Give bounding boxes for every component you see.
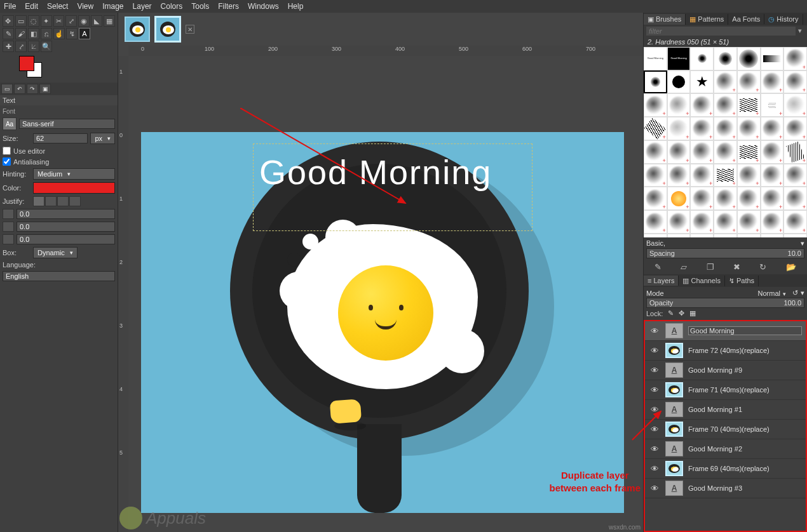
tab-history[interactable]: ◷History: [764, 14, 803, 25]
layer-visibility-icon[interactable]: 👁: [649, 484, 660, 493]
lock-move-icon[interactable]: ✥: [679, 309, 684, 317]
menu-tools[interactable]: Tools: [191, 2, 209, 11]
tool-heal[interactable]: ✚: [3, 41, 14, 52]
brush-cell[interactable]: [761, 164, 784, 187]
font-input[interactable]: Sans-serif: [19, 119, 115, 129]
tool-picker[interactable]: ⤤: [15, 41, 27, 52]
tool-crop[interactable]: ✂: [53, 15, 65, 27]
tool-free-select[interactable]: ◌: [28, 15, 39, 27]
brush-cell[interactable]: [714, 234, 737, 237]
brush-cell[interactable]: [761, 187, 784, 210]
brush-open-icon[interactable]: 📂: [786, 262, 796, 272]
brush-cell[interactable]: [667, 70, 691, 94]
layer-name[interactable]: Frame 69 (40ms)(replace): [688, 465, 802, 472]
layer-name[interactable]: Good Morning #2: [688, 445, 802, 453]
brush-cell[interactable]: [783, 210, 807, 234]
layer-name[interactable]: Good Morning: [688, 326, 802, 335]
color-swatch[interactable]: [19, 56, 44, 76]
tool-pencil[interactable]: ✎: [3, 28, 14, 39]
antialias-check[interactable]: Antialiasing: [3, 157, 115, 166]
layer-name[interactable]: Frame 71 (40ms)(replace): [688, 386, 802, 394]
layer-visibility-icon[interactable]: 👁: [649, 444, 660, 454]
brush-cell[interactable]: [737, 210, 761, 234]
brush-cell[interactable]: [644, 187, 667, 210]
mode-reset-icon[interactable]: ↺: [792, 289, 798, 297]
tab-fonts[interactable]: AaFonts: [728, 14, 764, 24]
tool-clone[interactable]: ⎌: [41, 28, 52, 39]
brush-new-icon[interactable]: ▱: [681, 262, 687, 272]
tab-layers[interactable]: ≡Layers: [644, 276, 679, 286]
brush-cell[interactable]: [690, 187, 714, 210]
brush-cell[interactable]: [783, 70, 807, 94]
layer-name[interactable]: Frame 72 (40ms)(replace): [688, 347, 802, 354]
tool-path[interactable]: ↯: [66, 28, 78, 39]
brush-cell[interactable]: [690, 117, 714, 140]
brush-cell[interactable]: [714, 70, 737, 94]
layer-visibility-icon[interactable]: 👁: [649, 385, 660, 395]
brush-cell[interactable]: [644, 234, 667, 237]
letter-spacing-input[interactable]: 0.0: [17, 234, 115, 244]
tool-eraser[interactable]: ◧: [28, 28, 39, 39]
text-color-swatch[interactable]: [33, 182, 115, 194]
tool-fuzzy-select[interactable]: ✦: [41, 15, 52, 27]
doc-thumb-2[interactable]: [155, 17, 180, 42]
brush-refresh-icon[interactable]: ↻: [759, 262, 766, 272]
brush-cell[interactable]: [667, 164, 691, 187]
fg-color[interactable]: [19, 56, 34, 71]
brush-cell[interactable]: [714, 140, 737, 164]
brush-cell[interactable]: [667, 117, 691, 140]
brush-cell[interactable]: [761, 47, 784, 70]
brush-cell[interactable]: [737, 187, 761, 210]
brush-cell[interactable]: [737, 234, 761, 237]
brush-cell[interactable]: ∴∵∴∵∵∴∵∴: [761, 93, 784, 117]
brush-cell[interactable]: [644, 117, 667, 140]
tab-patterns[interactable]: ▦Patterns: [686, 14, 728, 25]
brush-cell[interactable]: [690, 210, 714, 234]
indent-input[interactable]: 0.0: [17, 209, 115, 219]
tool-smudge[interactable]: ☝: [53, 28, 65, 39]
layer-visibility-icon[interactable]: 👁: [649, 326, 660, 336]
layer-name[interactable]: Good Morning #1: [688, 406, 802, 413]
brush-cell[interactable]: [690, 70, 714, 94]
brush-cell[interactable]: [737, 117, 761, 140]
brush-cell[interactable]: [761, 210, 784, 234]
layer-row[interactable]: 👁Frame 69 (40ms)(replace): [645, 459, 806, 479]
layer-list[interactable]: 👁Good Morning👁Frame 72 (40ms)(replace)👁G…: [644, 320, 807, 532]
box-select[interactable]: Dynamic: [33, 247, 78, 258]
font-aa-icon[interactable]: Aa: [3, 117, 17, 130]
brush-cell[interactable]: [690, 140, 714, 164]
justify-fill[interactable]: [69, 196, 81, 206]
brush-cell[interactable]: [783, 47, 807, 70]
language-input[interactable]: English: [3, 271, 115, 281]
spacing-value[interactable]: 10.0: [788, 249, 801, 257]
canvas[interactable]: Good Morning: [128, 56, 643, 532]
brush-grid[interactable]: Good Morning Good Morning ∴∵∴: [644, 47, 807, 237]
tab-tool-options[interactable]: ▭: [1, 84, 13, 94]
brush-edit-icon[interactable]: ✎: [654, 262, 661, 272]
tool-warp[interactable]: ◉: [78, 15, 90, 27]
brush-delete-icon[interactable]: ✖: [733, 262, 740, 272]
tool-brush[interactable]: 🖌: [15, 28, 27, 39]
line-spacing-input[interactable]: 0.0: [17, 222, 115, 232]
size-unit[interactable]: px: [90, 133, 115, 144]
brush-cell[interactable]: [667, 210, 691, 234]
layer-row[interactable]: 👁Good Morning #9: [645, 361, 806, 380]
justify-center[interactable]: [57, 196, 69, 206]
layer-name[interactable]: Good Morning #3: [688, 484, 802, 492]
brush-cell[interactable]: [783, 117, 807, 140]
tab-channels[interactable]: ▥Channels: [679, 276, 724, 286]
brush-cell[interactable]: [690, 47, 714, 70]
brush-cell[interactable]: [644, 164, 667, 187]
brush-cell[interactable]: [761, 140, 784, 164]
tab-device[interactable]: ↶: [14, 84, 25, 94]
tool-measure[interactable]: ⟀: [28, 41, 39, 52]
brush-cell[interactable]: [761, 234, 784, 237]
menu-view[interactable]: View: [77, 2, 93, 11]
justify-right[interactable]: [45, 196, 57, 206]
menu-edit[interactable]: Edit: [25, 2, 38, 11]
justify-left[interactable]: [33, 196, 44, 206]
tool-transform[interactable]: ⤢: [65, 15, 77, 27]
opacity-value[interactable]: 100.0: [783, 299, 801, 307]
brush-cell[interactable]: [714, 164, 737, 187]
layer-row[interactable]: 👁Frame 71 (40ms)(replace): [645, 380, 806, 400]
